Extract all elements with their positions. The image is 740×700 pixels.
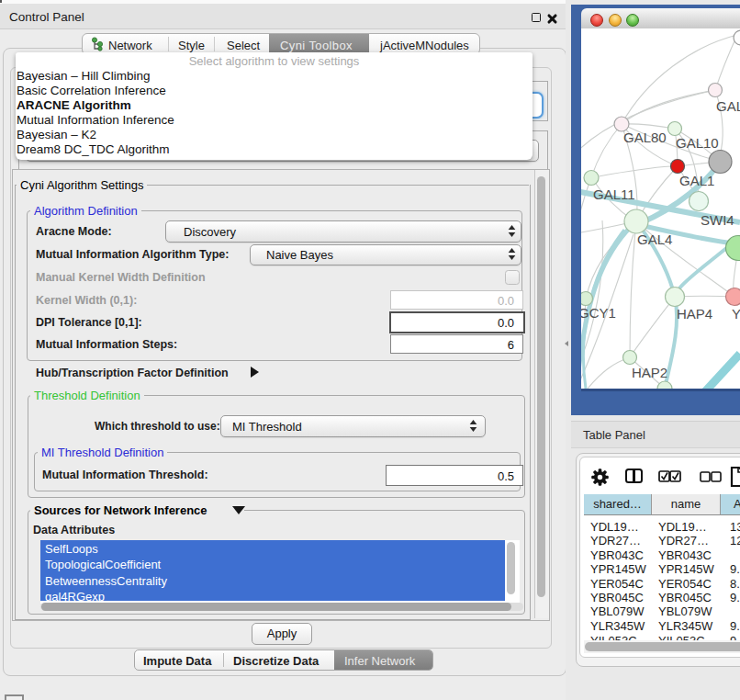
svg-text:GAL7: GAL7 bbox=[716, 98, 740, 114]
svg-text:SWI4: SWI4 bbox=[701, 212, 734, 228]
svg-text:GAL1: GAL1 bbox=[679, 173, 714, 188]
svg-text:Y: Y bbox=[732, 306, 740, 322]
svg-text:HAP2: HAP2 bbox=[632, 365, 667, 380]
svg-text:GAL80: GAL80 bbox=[623, 130, 667, 145]
svg-text:GCY1: GCY1 bbox=[581, 305, 616, 321]
svg-text:GAL11: GAL11 bbox=[593, 186, 635, 202]
svg-text:HAP4: HAP4 bbox=[677, 306, 712, 322]
svg-text:GAL4: GAL4 bbox=[637, 231, 672, 247]
svg-text:GAL10: GAL10 bbox=[676, 135, 719, 151]
